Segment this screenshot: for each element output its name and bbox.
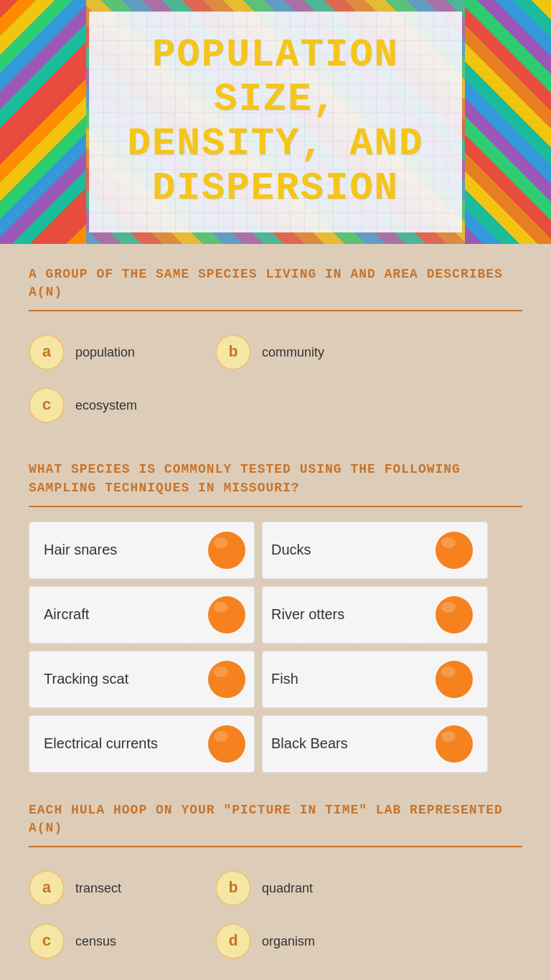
fish-label: Fish (271, 671, 298, 687)
black-bears-dot (435, 725, 473, 763)
option-c-circle: c (29, 387, 65, 423)
river-otters-dot (435, 596, 473, 633)
option-b-community[interactable]: b community (215, 326, 402, 379)
option-d-label-q3: organism (262, 934, 315, 949)
sampling-card-tracking-scat[interactable]: Tracking scat (29, 651, 255, 708)
sampling-card-black-bears[interactable]: Black Bears (262, 715, 488, 773)
option-b-label-q3: quadrant (262, 881, 313, 896)
question-1-text: A GROUP OF THE SAME SPECIES LIVING IN AN… (29, 265, 522, 301)
content-area: A GROUP OF THE SAME SPECIES LIVING IN AN… (0, 244, 551, 980)
option-a-circle: a (29, 334, 65, 370)
ducks-label: Ducks (271, 542, 311, 558)
right-decoration (465, 0, 551, 244)
river-otters-label: River otters (271, 606, 344, 623)
option-a-transect[interactable]: a transect (29, 862, 215, 915)
electrical-currents-label: Electrical currents (44, 735, 158, 752)
sampling-card-electrical-currents[interactable]: Electrical currents (29, 715, 255, 773)
question-2-text: WHAT SPECIES IS COMMONLY TESTED USING TH… (29, 461, 522, 496)
fish-dot (435, 661, 473, 698)
question-1-options: a population b community c ecosystem (29, 326, 402, 432)
sampling-card-ducks[interactable]: Ducks (262, 522, 488, 579)
sampling-card-fish[interactable]: Fish (262, 651, 488, 708)
black-bears-label: Black Bears (271, 735, 348, 752)
tracking-scat-label: Tracking scat (44, 671, 128, 687)
option-b-label: community (262, 345, 324, 360)
question-3-divider (29, 846, 522, 847)
page-title: POPULATION SIZE, DENSITY, AND DISPERSION (118, 33, 433, 211)
option-a-population[interactable]: a population (29, 326, 215, 379)
option-c-ecosystem[interactable]: c ecosystem (29, 379, 215, 432)
option-b-circle: b (215, 334, 251, 370)
option-a-label: population (75, 345, 135, 360)
question-2-block: WHAT SPECIES IS COMMONLY TESTED USING TH… (29, 461, 522, 772)
option-d-organism[interactable]: d organism (215, 915, 402, 968)
aircraft-label: Aircraft (44, 606, 89, 623)
question-1-block: A GROUP OF THE SAME SPECIES LIVING IN AN… (29, 265, 522, 432)
option-c-census[interactable]: c census (29, 915, 215, 968)
option-b-circle-q3: b (215, 870, 251, 906)
option-c-label: ecosystem (75, 398, 137, 413)
sampling-grid: Hair snares Ducks Aircraft River otters … (29, 522, 488, 773)
sampling-card-hair-snares[interactable]: Hair snares (29, 522, 255, 579)
ducks-dot (435, 532, 473, 569)
left-decoration (0, 0, 86, 244)
question-3-options: a transect b quadrant c census d organis… (29, 862, 402, 968)
tracking-scat-dot (208, 661, 245, 698)
header-section: POPULATION SIZE, DENSITY, AND DISPERSION (0, 0, 551, 244)
aircraft-dot (208, 596, 245, 633)
option-c-circle-q3: c (29, 923, 65, 959)
question-3-block: EACH HULA HOOP ON YOUR "PICTURE IN TIME"… (29, 801, 522, 968)
option-d-circle-q3: d (215, 923, 251, 959)
question-2-divider (29, 506, 522, 507)
header-card: POPULATION SIZE, DENSITY, AND DISPERSION (89, 11, 462, 232)
question-3-text: EACH HULA HOOP ON YOUR "PICTURE IN TIME"… (29, 801, 522, 837)
electrical-currents-dot (208, 725, 245, 763)
question-1-divider (29, 310, 522, 311)
option-a-label-q3: transect (75, 881, 121, 896)
option-c-label-q3: census (75, 934, 116, 949)
sampling-card-river-otters[interactable]: River otters (262, 586, 488, 644)
hair-snares-dot (208, 532, 245, 569)
option-a-circle-q3: a (29, 870, 65, 906)
option-b-quadrant[interactable]: b quadrant (215, 862, 402, 915)
hair-snares-label: Hair snares (44, 542, 117, 558)
sampling-card-aircraft[interactable]: Aircraft (29, 586, 255, 644)
